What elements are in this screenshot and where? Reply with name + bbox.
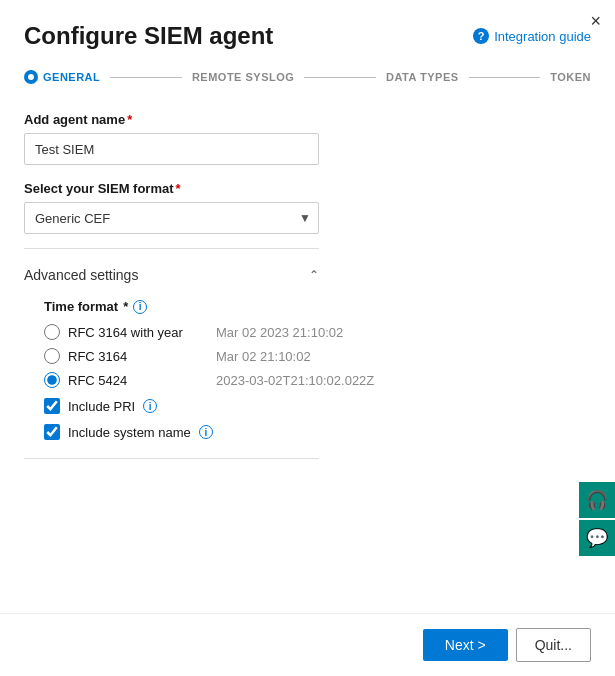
quit-button[interactable]: Quit... <box>516 628 591 662</box>
step-general[interactable]: GENERAL <box>24 70 100 84</box>
step-line-2 <box>304 77 376 78</box>
svg-point-0 <box>28 74 34 80</box>
include-pri-row: Include PRI i <box>44 398 591 414</box>
configure-siem-modal: × Configure SIEM agent ? Integration gui… <box>0 0 615 676</box>
agent-name-label: Add agent name* <box>24 112 591 127</box>
include-pri-label: Include PRI <box>68 399 135 414</box>
radio-rfc3164[interactable] <box>44 348 60 364</box>
headset-icon: 🎧 <box>586 489 608 511</box>
chat-widget-button[interactable]: 💬 <box>579 520 615 556</box>
step-general-label: GENERAL <box>43 71 100 83</box>
radio-label-rfc3164: RFC 3164 <box>68 349 198 364</box>
step-line-3 <box>469 77 541 78</box>
agent-name-input[interactable] <box>24 133 319 165</box>
wizard-steps: GENERAL REMOTE SYSLOG DATA TYPES TOKEN <box>0 60 615 94</box>
time-format-radio-group: RFC 3164 with year Mar 02 2023 21:10:02 … <box>44 324 591 388</box>
siem-format-label: Select your SIEM format* <box>24 181 591 196</box>
advanced-settings-toggle[interactable]: Advanced settings ⌃ <box>24 263 319 287</box>
siem-format-select[interactable]: Generic CEF ArcSight Splunk QRadar <box>24 202 319 234</box>
step-data-types-label: DATA TYPES <box>386 71 459 83</box>
radio-example-rfc3164: Mar 02 21:10:02 <box>216 349 311 364</box>
include-pri-info-icon[interactable]: i <box>143 399 157 413</box>
include-pri-checkbox[interactable] <box>44 398 60 414</box>
modal-footer: Next > Quit... <box>0 613 615 676</box>
agent-name-field: Add agent name* <box>24 112 591 165</box>
quit-button-label: Quit... <box>535 637 572 653</box>
support-widget-button[interactable]: 🎧 <box>579 482 615 518</box>
radio-label-rfc3164year: RFC 3164 with year <box>68 325 198 340</box>
step-line-1 <box>110 77 182 78</box>
step-data-types[interactable]: DATA TYPES <box>386 71 459 83</box>
chevron-up-icon: ⌃ <box>309 268 319 282</box>
include-system-name-row: Include system name i <box>44 424 591 440</box>
radio-row-rfc3164year: RFC 3164 with year Mar 02 2023 21:10:02 <box>44 324 591 340</box>
time-format-header: Time format * i <box>44 299 591 314</box>
siem-format-select-wrapper: Generic CEF ArcSight Splunk QRadar ▼ <box>24 202 319 234</box>
step-token[interactable]: TOKEN <box>550 71 591 83</box>
step-remote-syslog-label: REMOTE SYSLOG <box>192 71 294 83</box>
time-format-info-icon[interactable]: i <box>133 300 147 314</box>
question-icon: ? <box>473 28 489 44</box>
include-system-name-checkbox[interactable] <box>44 424 60 440</box>
divider-1 <box>24 248 319 249</box>
include-system-name-label: Include system name <box>68 425 191 440</box>
advanced-settings-content: Time format * i RFC 3164 with year Mar 0… <box>24 287 591 440</box>
siem-format-field: Select your SIEM format* Generic CEF Arc… <box>24 181 591 234</box>
next-button[interactable]: Next > <box>423 629 508 661</box>
radio-row-rfc5424: RFC 5424 2023-03-02T21:10:02.022Z <box>44 372 591 388</box>
radio-label-rfc5424: RFC 5424 <box>68 373 198 388</box>
modal-title: Configure SIEM agent <box>24 22 273 50</box>
next-button-label: Next > <box>445 637 486 653</box>
step-dot-general <box>24 70 38 84</box>
radio-rfc5424[interactable] <box>44 372 60 388</box>
radio-example-rfc3164year: Mar 02 2023 21:10:02 <box>216 325 343 340</box>
radio-example-rfc5424: 2023-03-02T21:10:02.022Z <box>216 373 374 388</box>
include-system-name-info-icon[interactable]: i <box>199 425 213 439</box>
integration-guide-label: Integration guide <box>494 29 591 44</box>
divider-2 <box>24 458 319 459</box>
side-widgets: 🎧 💬 <box>579 482 615 556</box>
modal-header: Configure SIEM agent ? Integration guide <box>0 0 615 60</box>
step-token-label: TOKEN <box>550 71 591 83</box>
modal-body: Add agent name* Select your SIEM format*… <box>0 94 615 613</box>
close-button[interactable]: × <box>590 12 601 30</box>
time-format-label: Time format <box>44 299 118 314</box>
advanced-settings-label: Advanced settings <box>24 267 138 283</box>
radio-row-rfc3164: RFC 3164 Mar 02 21:10:02 <box>44 348 591 364</box>
chat-icon: 💬 <box>586 527 608 549</box>
integration-guide-link[interactable]: ? Integration guide <box>473 28 591 44</box>
radio-rfc3164year[interactable] <box>44 324 60 340</box>
step-remote-syslog[interactable]: REMOTE SYSLOG <box>192 71 294 83</box>
